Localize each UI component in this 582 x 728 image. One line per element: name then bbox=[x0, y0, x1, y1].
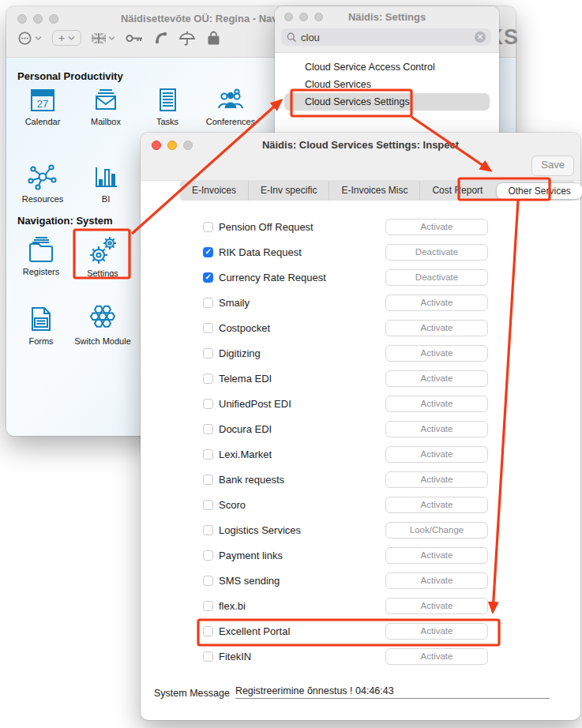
service-action-button[interactable]: Activate bbox=[385, 446, 488, 463]
service-checkbox[interactable] bbox=[203, 651, 213, 662]
launcher-item-tasks[interactable]: Tasks bbox=[137, 86, 197, 127]
service-row: SMS sending Activate bbox=[141, 568, 580, 593]
search-result-cloud-service-access-control[interactable]: Cloud Service Access Control bbox=[284, 58, 490, 76]
tab-other-services[interactable]: Other Services bbox=[496, 182, 582, 200]
search-result-cloud-services-settings[interactable]: Cloud Services Settings bbox=[284, 93, 490, 111]
launcher-item-calendar[interactable]: 27 Calendar bbox=[13, 86, 73, 127]
launcher-item-forms[interactable]: Forms bbox=[11, 304, 71, 347]
service-action-button[interactable]: Activate bbox=[385, 219, 488, 235]
ellipsis-menu-button[interactable] bbox=[17, 31, 42, 46]
conferences-icon bbox=[215, 86, 246, 114]
service-row: Lexi.Market Activate bbox=[141, 441, 580, 467]
save-button[interactable]: Save bbox=[531, 156, 574, 176]
service-action-button[interactable]: Activate bbox=[385, 497, 488, 513]
inspect-titlebar: Näidis: Cloud Services Settings: Inspect… bbox=[141, 133, 580, 181]
launcher-item-registers[interactable]: Registers bbox=[11, 235, 71, 277]
service-checkbox[interactable] bbox=[203, 399, 213, 409]
hexagons-icon bbox=[87, 304, 118, 334]
service-label: SMS sending bbox=[219, 575, 280, 587]
service-action-button[interactable]: Activate bbox=[385, 320, 488, 336]
launcher-item-resources[interactable]: Resources bbox=[13, 162, 73, 205]
service-action-button[interactable]: Activate bbox=[385, 471, 488, 488]
service-label: Excellent Portal bbox=[219, 625, 290, 637]
service-action-button[interactable]: Activate bbox=[385, 598, 488, 614]
service-checkbox[interactable] bbox=[203, 272, 213, 283]
settings-search-field[interactable]: ✕ bbox=[281, 28, 491, 46]
service-checkbox[interactable] bbox=[203, 525, 213, 535]
system-message-label: System Message bbox=[154, 688, 230, 699]
service-checkbox[interactable] bbox=[203, 576, 213, 586]
search-results: Cloud Service Access ControlCloud Servic… bbox=[275, 58, 499, 111]
tab-e-invoices[interactable]: E-Invoices bbox=[180, 181, 248, 201]
service-label: FitekIN bbox=[219, 651, 251, 662]
service-checkbox[interactable] bbox=[203, 222, 213, 232]
launcher-item-bi[interactable]: BI bbox=[76, 162, 136, 205]
tab-cost-report[interactable]: Cost Report bbox=[419, 181, 494, 201]
service-checkbox[interactable] bbox=[203, 601, 213, 611]
search-result-cloud-services[interactable]: Cloud Services bbox=[284, 76, 490, 93]
launcher-item-conferences[interactable]: Conferences bbox=[201, 86, 261, 127]
umbrella-icon[interactable] bbox=[178, 31, 196, 46]
service-action-button[interactable]: Activate bbox=[385, 345, 488, 362]
service-checkbox[interactable] bbox=[203, 500, 213, 510]
service-action-button[interactable]: Deactivate bbox=[385, 244, 488, 261]
service-action-button[interactable]: Activate bbox=[385, 648, 488, 665]
service-action-button[interactable]: Activate bbox=[385, 623, 488, 640]
service-row: Digitizing Activate bbox=[141, 340, 580, 366]
service-action-button[interactable]: Deactivate bbox=[385, 269, 488, 286]
service-label: Currency Rate Request bbox=[219, 272, 326, 283]
system-message: System Message Registreerimine õnnestus … bbox=[154, 685, 550, 699]
service-action-button[interactable]: Activate bbox=[385, 547, 488, 564]
mailbox-icon bbox=[91, 86, 121, 114]
service-label: Payment links bbox=[219, 550, 283, 561]
launcher-item-mailbox[interactable]: Mailbox bbox=[76, 86, 136, 127]
clear-search-icon[interactable]: ✕ bbox=[475, 32, 486, 43]
language-button[interactable] bbox=[92, 33, 115, 43]
calendar-icon: 27 bbox=[28, 86, 58, 114]
system-message-value: Registreerimine õnnestus ! 04:46:43 bbox=[235, 685, 550, 699]
service-row: Docura EDI Activate bbox=[141, 416, 580, 441]
add-button[interactable]: + bbox=[52, 30, 81, 46]
service-action-button[interactable]: Activate bbox=[385, 396, 488, 412]
service-action-button[interactable]: Activate bbox=[385, 370, 488, 387]
service-row: Pension Off Request Activate bbox=[141, 214, 580, 239]
service-checkbox[interactable] bbox=[203, 348, 213, 358]
settings-window-title: Näidis: Settings bbox=[275, 11, 499, 23]
phone-icon[interactable] bbox=[154, 31, 168, 45]
service-row: flex.bi Activate bbox=[141, 593, 580, 618]
close-button[interactable] bbox=[17, 14, 27, 24]
service-action-button[interactable]: Look/Change bbox=[385, 522, 488, 538]
service-row: Smaily Activate bbox=[141, 290, 580, 315]
launcher-item-settings[interactable]: Settings bbox=[73, 235, 133, 279]
key-icon[interactable] bbox=[126, 32, 144, 44]
bag-icon[interactable] bbox=[206, 31, 221, 46]
chevron-down-icon bbox=[108, 35, 115, 41]
service-checkbox[interactable] bbox=[203, 323, 213, 333]
service-row: Currency Rate Request Deactivate bbox=[141, 265, 580, 290]
service-label: Costpocket bbox=[219, 322, 270, 334]
search-input[interactable] bbox=[301, 32, 471, 43]
service-action-button[interactable]: Activate bbox=[385, 295, 488, 311]
service-label: Telema EDI bbox=[219, 373, 272, 385]
settings-titlebar: Näidis: Settings ✕ bbox=[275, 6, 499, 53]
service-row: FitekIN Activate bbox=[141, 644, 580, 669]
service-checkbox[interactable] bbox=[203, 449, 213, 460]
service-checkbox[interactable] bbox=[203, 247, 213, 257]
minimize-button[interactable] bbox=[33, 14, 43, 24]
service-row: RIK Data Request Deactivate bbox=[141, 239, 580, 265]
toolbar: + bbox=[17, 30, 221, 46]
service-action-button[interactable]: Activate bbox=[385, 421, 488, 437]
service-row: Payment links Activate bbox=[141, 542, 580, 568]
service-checkbox[interactable] bbox=[203, 298, 213, 308]
service-checkbox[interactable] bbox=[203, 373, 213, 384]
chevron-down-icon bbox=[35, 35, 42, 41]
service-row: Scoro Activate bbox=[141, 492, 580, 517]
service-action-button[interactable]: Activate bbox=[385, 572, 488, 589]
service-checkbox[interactable] bbox=[203, 475, 213, 485]
service-checkbox[interactable] bbox=[203, 424, 213, 434]
service-checkbox[interactable] bbox=[203, 626, 213, 636]
launcher-item-switch-module[interactable]: Switch Module bbox=[73, 304, 133, 347]
tab-e-invoices-misc[interactable]: E-Invoices Misc bbox=[329, 181, 419, 201]
service-checkbox[interactable] bbox=[203, 550, 213, 561]
tab-e-inv-specific[interactable]: E-Inv specific bbox=[248, 181, 329, 201]
